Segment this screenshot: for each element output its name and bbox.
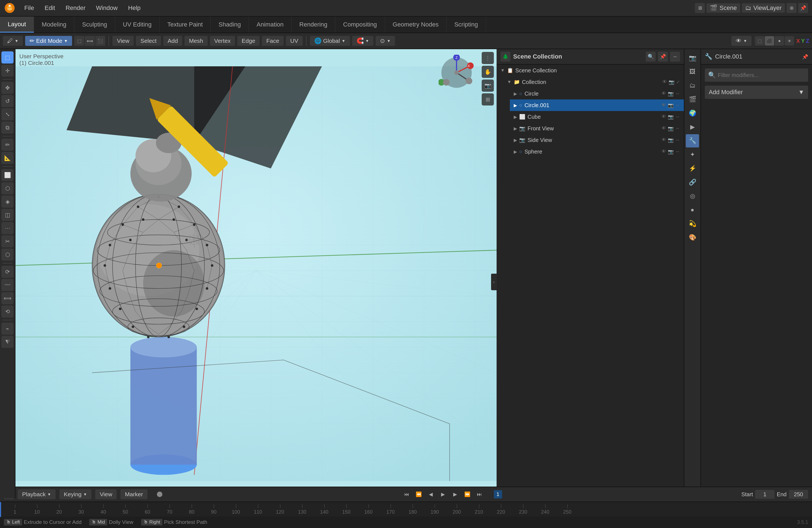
collection-render-btn[interactable]: 📷 <box>669 79 675 85</box>
prop-modifier-btn[interactable]: 🔧 <box>686 134 699 147</box>
outliner-side-view[interactable]: ▶ 📷 Side View 👁 📷 ↔ <box>510 134 684 146</box>
view-menu[interactable]: View <box>112 36 134 46</box>
extrude-tool[interactable]: ⬡ <box>1 182 14 194</box>
tab-scripting[interactable]: Scripting <box>447 17 486 33</box>
menu-file[interactable]: File <box>19 2 39 14</box>
collection-vis-btn[interactable]: 👁 <box>662 79 667 85</box>
vertex-mode-btn[interactable]: ⬚ <box>74 36 84 46</box>
face-mode-btn[interactable]: ⬛ <box>95 36 105 46</box>
edge-mode-btn[interactable]: ⟺ <box>85 36 95 46</box>
cube-arrow[interactable]: ▶ <box>514 114 517 120</box>
tab-modeling[interactable]: Modeling <box>34 17 74 33</box>
outliner-scene-collection[interactable]: ▼ 📋 Scene Collection <box>497 64 684 76</box>
add-cube-tool[interactable]: ⬜ <box>1 169 14 181</box>
select-menu[interactable]: Select <box>136 36 161 46</box>
playback-menu[interactable]: Playback ▼ <box>18 489 56 499</box>
prop-shader-btn[interactable]: 💫 <box>686 217 699 230</box>
solid-btn[interactable]: ⬛ <box>765 36 774 46</box>
outliner-circle[interactable]: ▶ ○ Circle 👁 📷 ↔ <box>510 88 684 99</box>
frontview-vis-btn[interactable]: 👁 <box>662 126 666 131</box>
prop-render-btn[interactable]: 📷 <box>686 52 699 64</box>
cube-select-btn[interactable]: ↔ <box>675 114 680 120</box>
cube-render-btn[interactable]: 📷 <box>668 114 673 120</box>
edge-slide-tool[interactable]: ⟺ <box>1 292 14 304</box>
outliner-sync-btn[interactable]: ↔ <box>670 52 680 62</box>
circle001-vis-btn[interactable]: 👁 <box>662 102 666 108</box>
viewport-camera-btn[interactable]: 📷 <box>482 79 494 92</box>
menu-help[interactable]: Help <box>123 2 146 14</box>
prop-particles-btn[interactable]: ✦ <box>686 148 699 161</box>
modifier-search-bar[interactable]: 🔍 <box>705 69 808 82</box>
outliner-editor-type[interactable]: 🌲 <box>501 52 510 62</box>
shrink-tool[interactable]: ⟲ <box>1 305 14 318</box>
scene-selector[interactable]: 🎬 Scene <box>707 3 740 13</box>
circle-render-btn[interactable]: 📷 <box>668 91 673 97</box>
add-menu[interactable]: Add <box>163 36 182 46</box>
prop-data-btn[interactable]: ◎ <box>686 189 699 203</box>
sphere-arrow[interactable]: ▶ <box>514 149 517 155</box>
current-frame-display[interactable]: 1 <box>494 490 502 498</box>
proportional-toggle[interactable]: ⊙ ▼ <box>376 36 395 46</box>
mesh-menu[interactable]: Mesh <box>185 36 207 46</box>
edge-menu[interactable]: Edge <box>237 36 260 46</box>
measure-tool[interactable]: 📐 <box>1 152 14 164</box>
menu-window[interactable]: Window <box>91 2 122 14</box>
outliner-filter-btn[interactable]: 🔍 <box>646 52 656 62</box>
mode-selector[interactable]: ✏ Edit Mode ▼ <box>25 36 72 46</box>
uv-menu[interactable]: UV <box>286 36 303 46</box>
tab-rendering[interactable]: Rendering <box>292 17 336 33</box>
editor-type-dropdown[interactable]: 🖊 ▼ <box>3 36 23 46</box>
editor-type-selector[interactable]: 🖥 <box>695 3 705 13</box>
circle001-select-btn[interactable]: ↔ <box>675 102 680 108</box>
poly-build-tool[interactable]: ⬡ <box>1 249 14 261</box>
viewport-3d[interactable]: User Perspective (1) Circle.001 X Z ⋮ ✋ <box>15 49 497 498</box>
viewport-grid-btn[interactable]: ⊞ <box>482 93 494 105</box>
outliner-collection[interactable]: ▼ 📁 Collection 👁 📷 ✓ <box>503 76 684 88</box>
viewport-gizmo[interactable]: X Z <box>439 55 475 91</box>
sphere-select-btn[interactable]: ↔ <box>675 149 680 155</box>
next-keyframe-btn[interactable]: ▶ <box>450 489 460 499</box>
circle001-arrow[interactable]: ▶ <box>514 103 517 108</box>
menu-edit[interactable]: Edit <box>40 2 60 14</box>
sideview-select-btn[interactable]: ↔ <box>675 137 680 143</box>
smooth-tool[interactable]: 〰 <box>1 279 14 291</box>
modifier-search-input[interactable] <box>718 72 805 78</box>
tab-uv-editing[interactable]: UV Editing <box>115 17 160 33</box>
frontview-render-btn[interactable]: 📷 <box>668 126 673 131</box>
play-btn[interactable]: ▶ <box>438 489 448 499</box>
prop-world-btn[interactable]: 🌍 <box>686 107 699 120</box>
material-preview-btn[interactable]: ● <box>775 36 784 46</box>
knife-tool[interactable]: ✂ <box>1 235 14 247</box>
annotate-tool[interactable]: ✏ <box>1 138 14 151</box>
prop-material-btn[interactable]: ● <box>686 203 699 217</box>
bevel-tool[interactable]: ◫ <box>1 209 14 221</box>
menu-render[interactable]: Render <box>60 2 90 14</box>
select-box-tool[interactable]: ⬚ <box>1 52 14 63</box>
transform-tool[interactable]: ⧉ <box>1 121 14 134</box>
cube-vis-btn[interactable]: 👁 <box>662 114 666 120</box>
keyframe-dot[interactable] <box>157 492 162 497</box>
timeline-strip[interactable]: 1 10 20 30 40 50 <box>0 502 812 517</box>
circle-vis-btn[interactable]: 👁 <box>662 91 666 97</box>
view-layer-selector[interactable]: 🗂 ViewLayer <box>742 3 785 13</box>
spin-tool[interactable]: ⟳ <box>1 266 14 278</box>
tab-geometry-nodes[interactable]: Geometry Nodes <box>385 17 447 33</box>
circle001-render-btn[interactable]: 📷 <box>668 102 673 108</box>
frontview-select-btn[interactable]: ↔ <box>675 126 680 131</box>
jump-start-btn[interactable]: ⏮ <box>402 489 411 499</box>
overlay-toggle[interactable]: 👁 ▼ <box>731 36 752 46</box>
tab-animation[interactable]: Animation <box>249 17 292 33</box>
prop-pin-btn[interactable]: 📌 <box>802 54 808 60</box>
wireframe-btn[interactable]: ⬚ <box>755 36 764 46</box>
marker-menu[interactable]: Marker <box>120 489 147 499</box>
collection-expand-arrow[interactable]: ▼ <box>501 68 505 73</box>
outliner-sphere[interactable]: ▶ ○ Sphere 👁 📷 ↔ <box>510 146 684 157</box>
collection-arrow[interactable]: ▼ <box>507 79 511 85</box>
tab-sculpting[interactable]: Sculpting <box>74 17 115 33</box>
viewport-menu-btn[interactable]: ⋮ <box>482 52 494 64</box>
prev-frame-btn[interactable]: ⏪ <box>414 489 424 499</box>
sphere-vis-btn[interactable]: 👁 <box>662 149 666 155</box>
add-modifier-button[interactable]: Add Modifier ▼ <box>705 86 808 99</box>
prop-physics-btn[interactable]: ⚡ <box>686 162 699 175</box>
tab-texture-paint[interactable]: Texture Paint <box>160 17 211 33</box>
